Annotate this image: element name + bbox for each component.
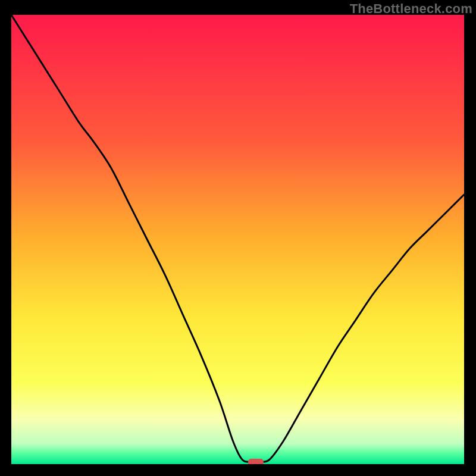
- chart-svg: [11, 15, 464, 464]
- plot-frame: [11, 15, 464, 464]
- chart-container: TheBottleneck.com: [0, 0, 476, 476]
- optimum-marker: [248, 459, 264, 464]
- gradient-background: [11, 15, 464, 464]
- watermark-text: TheBottleneck.com: [350, 1, 472, 17]
